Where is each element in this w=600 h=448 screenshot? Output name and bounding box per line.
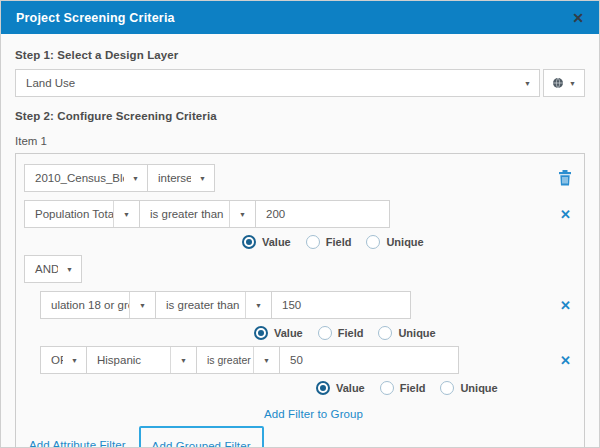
filter2-remove-icon[interactable]: ✕ xyxy=(557,299,574,312)
filter3-operator-value: is greater than xyxy=(197,354,253,366)
filter2-operator-value: is greater than xyxy=(156,299,245,311)
add-grouped-filter-link[interactable]: Add Grouped Filter xyxy=(152,440,251,448)
chevron-down-icon: ▼ xyxy=(58,256,81,282)
radio-label-field: Field xyxy=(400,382,426,394)
filter2-operator-select[interactable]: is greater than ▼ xyxy=(155,291,272,319)
chevron-down-icon: ▼ xyxy=(569,80,576,87)
add-filter-to-group-row: Add Filter to Group xyxy=(24,404,574,422)
item-bottom-links: Add Attribute Filter Add Grouped Filter xyxy=(24,426,574,448)
design-layer-value: Land Use xyxy=(16,77,516,89)
filter1-field-select[interactable]: Population Total ▼ xyxy=(24,200,140,228)
chevron-down-icon: ▼ xyxy=(245,292,271,318)
delete-item-button[interactable] xyxy=(556,170,574,186)
filter3-operator-select[interactable]: is greater than ▼ xyxy=(196,346,280,374)
radio-label-field: Field xyxy=(338,327,364,339)
filter3-radio-value[interactable] xyxy=(316,381,330,395)
logic-operator-row: AND ▼ xyxy=(24,255,574,283)
filter3-field-value: Hispanic xyxy=(87,354,170,366)
radio-label-field: Field xyxy=(326,236,352,248)
filter3-radio-group: Value Field Unique xyxy=(316,381,574,395)
step1-label: Step 1: Select a Design Layer xyxy=(15,49,585,61)
chevron-down-icon: ▼ xyxy=(170,347,196,373)
globe-icon xyxy=(552,77,564,89)
filter1-value-input[interactable] xyxy=(255,200,390,228)
filter3-radio-field[interactable] xyxy=(380,381,394,395)
radio-label-unique: Unique xyxy=(460,382,497,394)
filter2-field-value: ulation 18 or greater xyxy=(41,299,129,311)
filter1-radio-field[interactable] xyxy=(306,235,320,249)
filter-layer-select[interactable]: 2010_Census_Blocks ▼ xyxy=(24,164,148,192)
filter2-radio-unique[interactable] xyxy=(378,326,392,340)
radio-label-value: Value xyxy=(262,236,291,248)
chevron-down-icon: ▼ xyxy=(124,165,147,191)
logic-operator-value: AND xyxy=(25,263,58,275)
chevron-down-icon: ▼ xyxy=(63,347,86,373)
filter3-logic-select[interactable]: OR ▼ xyxy=(40,346,87,374)
filter1-radio-group: Value Field Unique xyxy=(242,235,574,249)
filter3-radio-unique[interactable] xyxy=(440,381,454,395)
step2-label: Step 2: Configure Screening Criteria xyxy=(15,110,585,122)
filter2-radio-group: Value Field Unique xyxy=(254,326,574,340)
filter1-operator-value: is greater than xyxy=(140,208,229,220)
filter2-value-input[interactable] xyxy=(271,291,411,319)
filter1-remove-icon[interactable]: ✕ xyxy=(557,208,574,221)
radio-label-unique: Unique xyxy=(386,236,423,248)
trash-icon xyxy=(558,170,572,186)
filter1-radio-unique[interactable] xyxy=(366,235,380,249)
filter3-value-input[interactable] xyxy=(279,346,459,374)
filter1-operator-select[interactable]: is greater than ▼ xyxy=(139,200,256,228)
chevron-down-icon: ▼ xyxy=(129,292,155,318)
item1-label: Item 1 xyxy=(15,135,585,147)
filter3-remove-icon[interactable]: ✕ xyxy=(557,354,574,367)
chevron-down-icon: ▼ xyxy=(191,165,214,191)
chevron-down-icon: ▼ xyxy=(253,347,279,373)
filter2-radio-value[interactable] xyxy=(254,326,268,340)
filter2-row: ulation 18 or greater ▼ is greater than … xyxy=(40,291,574,319)
spatial-operator-select[interactable]: intersects ▼ xyxy=(147,164,215,192)
layer-picker-button[interactable]: ▼ xyxy=(543,69,585,97)
project-screening-criteria-dialog: Project Screening Criteria ✕ Step 1: Sel… xyxy=(0,0,600,448)
close-icon[interactable]: ✕ xyxy=(572,11,584,25)
filter-layer-value: 2010_Census_Blocks xyxy=(25,172,124,184)
dialog-header: Project Screening Criteria ✕ xyxy=(1,1,599,34)
chevron-down-icon: ▼ xyxy=(516,70,539,96)
add-grouped-filter-highlight: Add Grouped Filter xyxy=(139,426,264,448)
radio-label-value: Value xyxy=(336,382,365,394)
radio-label-value: Value xyxy=(274,327,303,339)
chevron-down-icon: ▼ xyxy=(113,201,139,227)
filter3-logic-value: OR xyxy=(41,354,63,366)
chevron-down-icon: ▼ xyxy=(229,201,255,227)
filter1-radio-value[interactable] xyxy=(242,235,256,249)
layer-filter-row: 2010_Census_Blocks ▼ intersects ▼ xyxy=(24,164,574,192)
item1-container: 2010_Census_Blocks ▼ intersects ▼ xyxy=(15,153,585,448)
dialog-title: Project Screening Criteria xyxy=(16,11,175,25)
filter2-radio-field[interactable] xyxy=(318,326,332,340)
filter1-field-value: Population Total xyxy=(25,208,113,220)
filter3-field-select[interactable]: Hispanic ▼ xyxy=(86,346,197,374)
filter1-row: Population Total ▼ is greater than ▼ ✕ xyxy=(24,200,574,228)
add-attribute-filter-link[interactable]: Add Attribute Filter xyxy=(29,439,126,448)
spatial-operator-value: intersects xyxy=(148,172,191,184)
filter3-row: OR ▼ Hispanic ▼ is greater than ▼ ✕ xyxy=(40,346,574,374)
add-filter-to-group-link[interactable]: Add Filter to Group xyxy=(264,408,363,420)
radio-label-unique: Unique xyxy=(398,327,435,339)
design-layer-select[interactable]: Land Use ▼ xyxy=(15,69,540,97)
filter2-field-select[interactable]: ulation 18 or greater ▼ xyxy=(40,291,156,319)
logic-operator-select[interactable]: AND ▼ xyxy=(24,255,82,283)
